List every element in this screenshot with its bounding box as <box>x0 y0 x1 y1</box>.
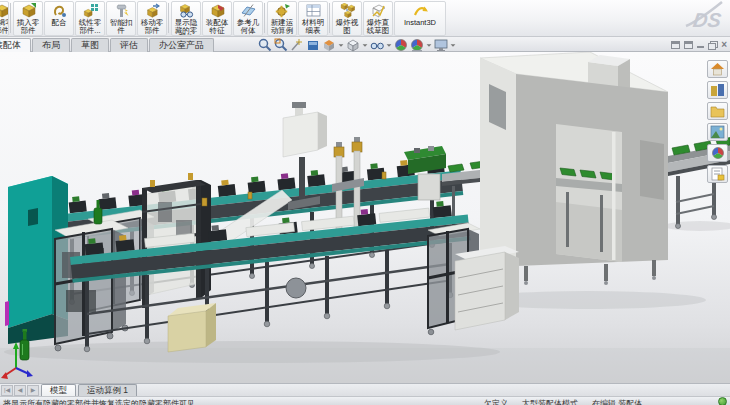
move-component-button[interactable]: 移动零部件 <box>137 1 167 36</box>
view-settings-icon[interactable] <box>434 38 448 52</box>
solidworks-resources-icon[interactable] <box>707 60 728 78</box>
new-motion-study-button[interactable]: 新建运动算例 <box>267 1 297 36</box>
button-label: 新建运动算例 <box>270 19 294 34</box>
button-label: 装配体特征 <box>205 19 229 34</box>
assembly-model[interactable] <box>0 52 730 383</box>
toolbar-separator <box>10 3 11 33</box>
view-orientation-icon[interactable] <box>306 38 320 52</box>
dropdown-arrow-icon[interactable] <box>451 44 456 46</box>
explode-line-sketch-icon <box>371 3 386 18</box>
tab-assembly[interactable]: 装配体 <box>0 38 31 52</box>
apply-scene-icon[interactable] <box>410 38 424 52</box>
hide-show-items-icon[interactable] <box>370 38 384 52</box>
button-label: 线性零部件... <box>78 19 102 34</box>
edit-appearance-icon[interactable] <box>394 38 408 52</box>
tab-label: 模型 <box>50 385 67 395</box>
window-icon[interactable] <box>684 41 693 49</box>
tab-label: 评估 <box>120 40 138 50</box>
window-icon[interactable] <box>671 41 680 49</box>
first-tab-button[interactable]: |◀ <box>1 385 13 396</box>
dropdown-arrow-icon[interactable] <box>245 35 251 36</box>
tab-label: 草图 <box>81 40 99 50</box>
bill-of-materials-button[interactable]: 材料明细表 <box>298 1 328 36</box>
mate-button[interactable]: 配合 <box>44 1 74 36</box>
constraint-state: 欠定义 <box>484 398 508 405</box>
button-label: 智能扣件 <box>109 19 133 34</box>
view-palette-icon[interactable] <box>707 123 728 141</box>
dropdown-arrow-icon[interactable] <box>214 35 220 36</box>
show-hidden-components-button[interactable]: 显示隐藏的零部件 <box>171 1 201 36</box>
previous-tab-button[interactable]: ◀ <box>14 385 26 396</box>
explode-line-sketch-button[interactable]: 爆炸直线草图 <box>363 1 393 36</box>
tab-evaluate[interactable]: 评估 <box>110 38 148 52</box>
magnified-selection-icon[interactable] <box>290 38 304 52</box>
white-workbench[interactable] <box>455 246 519 330</box>
custom-properties-icon[interactable] <box>707 165 728 183</box>
magenta-strip <box>5 301 9 326</box>
close-icon[interactable]: × <box>721 41 727 49</box>
status-bar: 将显示所有隐藏的零部件并恢复选定的隐藏零部件可见 欠定义 大型装配体模式 在编辑… <box>0 396 730 405</box>
dropdown-arrow-icon[interactable] <box>149 35 155 36</box>
instant3d-icon <box>413 3 428 18</box>
instant3d-button[interactable]: Instant3D <box>394 1 446 36</box>
bill-of-materials-icon <box>306 3 321 18</box>
reference-geometry-icon <box>241 3 256 18</box>
button-label: 爆炸视图 <box>335 19 359 34</box>
tab-sketch[interactable]: 草图 <box>71 38 109 52</box>
dropdown-arrow-icon[interactable] <box>87 35 93 36</box>
ds-brand-logo: DS <box>682 0 728 34</box>
tab-office-products[interactable]: 办公室产品 <box>149 38 214 52</box>
zoom-to-area-icon[interactable] <box>274 38 288 52</box>
graphics-viewport[interactable] <box>0 52 730 383</box>
pale-yellow-box[interactable] <box>168 303 216 352</box>
appearances-scenes-icon[interactable] <box>707 144 728 162</box>
model-tab[interactable]: 模型 <box>41 384 76 396</box>
display-style-icon[interactable] <box>346 38 360 52</box>
tab-label: 装配体 <box>0 40 21 50</box>
section-view-icon[interactable] <box>322 38 336 52</box>
button-label: 参考几何体 <box>236 19 260 34</box>
heads-up-view-toolbar <box>258 38 456 51</box>
button-label: 插入零部件 <box>16 19 40 34</box>
linear-component-pattern-button[interactable]: 线性零部件... <box>75 1 105 36</box>
minimize-icon[interactable] <box>697 46 704 48</box>
next-tab-button[interactable]: ▶ <box>27 385 39 396</box>
exploded-view-button[interactable]: 爆炸视图 <box>332 1 362 36</box>
mate-icon <box>52 3 67 18</box>
edit-component-icon <box>0 3 9 18</box>
ribbon-tabs: 装配体 布局 草图 评估 办公室产品 <box>0 38 215 52</box>
smart-fasteners-icon <box>114 3 129 18</box>
assembly-features-button[interactable]: 装配体特征 <box>202 1 232 36</box>
task-pane <box>707 60 728 183</box>
quick-tips-icon[interactable] <box>718 397 727 405</box>
button-label: 配合 <box>47 19 71 27</box>
large-assembly-mode: 大型装配体模式 <box>522 398 578 405</box>
assembly-features-icon <box>210 3 225 18</box>
toolbar-separator <box>329 3 330 33</box>
status-message: 将显示所有隐藏的零部件并恢复选定的隐藏零部件可见 <box>3 398 195 405</box>
reference-geometry-button[interactable]: 参考几何体 <box>233 1 263 36</box>
toolbar-separator <box>168 3 169 33</box>
dropdown-arrow-icon[interactable] <box>25 35 31 36</box>
status-right-group: 欠定义 大型装配体模式 在编辑 装配体 <box>484 398 642 405</box>
file-explorer-icon[interactable] <box>707 102 728 120</box>
restore-icon[interactable] <box>708 41 717 49</box>
dropdown-arrow-icon[interactable] <box>387 44 392 46</box>
button-label: 显示隐藏的零部件 <box>174 19 198 36</box>
dropdown-arrow-icon[interactable] <box>363 44 368 46</box>
tab-label: 运动算例 1 <box>87 385 128 395</box>
dropdown-arrow-icon[interactable] <box>427 44 432 46</box>
edit-component-button[interactable]: 编辑零部件 <box>0 1 9 36</box>
dropdown-arrow-icon[interactable] <box>339 44 344 46</box>
model-motion-tab-bar: |◀ ◀ ▶ 模型 运动算例 1 <box>0 383 730 396</box>
tab-layout[interactable]: 布局 <box>32 38 70 52</box>
button-label: 爆炸直线草图 <box>366 19 390 34</box>
smart-fasteners-button[interactable]: 智能扣件 <box>106 1 136 36</box>
design-library-icon[interactable] <box>707 81 728 99</box>
motion-study-tab[interactable]: 运动算例 1 <box>78 384 137 396</box>
svg-text:DS: DS <box>692 9 723 31</box>
ribbon-tab-row: 装配体 布局 草图 评估 办公室产品 <box>0 37 730 52</box>
zoom-to-fit-icon[interactable] <box>258 38 272 52</box>
show-hidden-components-icon <box>179 3 194 18</box>
insert-component-button[interactable]: 插入零部件 <box>13 1 43 36</box>
